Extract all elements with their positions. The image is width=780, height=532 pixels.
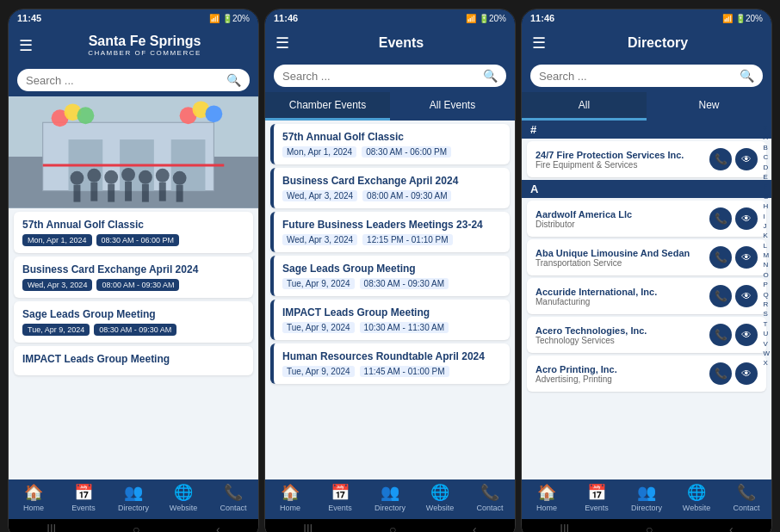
nav-directory-2[interactable]: 👥 Directory — [365, 483, 415, 512]
nav-events-3[interactable]: 📅 Events — [572, 483, 622, 512]
phone-events: 11:46 📶 🔋20% ☰ Events 🔍 Chamber Events A… — [264, 9, 516, 532]
alpha-d[interactable]: D — [763, 164, 770, 172]
phone-button-a3[interactable]: 📞 — [709, 324, 732, 346]
nav-events-1[interactable]: 📅 Events — [59, 483, 108, 512]
dir-item-a4[interactable]: Acro Printing, Inc. Advertising, Printin… — [527, 356, 766, 392]
section-header-hash: # — [522, 121, 771, 139]
hamburger-icon-3[interactable]: ☰ — [532, 34, 546, 53]
search-input-1[interactable] — [26, 74, 221, 87]
phone-button-a2[interactable]: 📞 — [709, 285, 732, 307]
search-icon-1[interactable]: 🔍 — [226, 73, 241, 87]
view-button-a4[interactable]: 👁 — [735, 362, 758, 385]
dir-item-a0[interactable]: Aardwolf America Llc Distributor 📞 👁 — [527, 201, 766, 237]
home-event-title-1: Business Card Exchange April 2024 — [22, 263, 245, 275]
home-event-meta-2: Tue, Apr 9, 2024 08:30 AM - 09:30 AM — [22, 324, 245, 336]
alpha-o[interactable]: O — [763, 271, 770, 280]
website-icon-3: 🌐 — [687, 483, 706, 502]
hero-svg — [9, 96, 258, 208]
view-button-a0[interactable]: 👁 — [735, 207, 758, 230]
hero-image — [9, 96, 258, 208]
alpha-n[interactable]: N — [763, 261, 770, 269]
phone-button-0[interactable]: 📞 — [709, 148, 732, 170]
nav-directory-1[interactable]: 👥 Directory — [108, 483, 158, 512]
dir-item-cat-0: Fire Equipment & Services — [535, 160, 704, 170]
alpha-e[interactable]: E — [763, 173, 770, 182]
phone-button-a0[interactable]: 📞 — [709, 207, 732, 230]
home-event-time-1: 08:00 AM - 09:30 AM — [96, 279, 179, 291]
alpha-a[interactable]: A — [763, 133, 770, 142]
tab-all[interactable]: All — [522, 92, 647, 121]
event-card-5[interactable]: Human Resources Roundtable April 2024 Tu… — [270, 343, 510, 384]
alpha-q[interactable]: Q — [763, 291, 770, 300]
nav-home-2[interactable]: 🏠 Home — [265, 483, 315, 512]
home-event-0[interactable]: 57th Annual Golf Classic Mon, Apr 1, 202… — [14, 212, 253, 253]
phone-directory: 11:46 📶 🔋20% ☰ Directory 🔍 All New # — [521, 9, 772, 532]
search-icon-2[interactable]: 🔍 — [483, 69, 498, 83]
tab-new[interactable]: New — [647, 92, 771, 121]
nav-contact-1[interactable]: 📞 Contact — [208, 483, 258, 512]
alpha-x[interactable]: X — [763, 359, 770, 368]
search-icon-3[interactable]: 🔍 — [740, 69, 754, 83]
view-button-0[interactable]: 👁 — [735, 148, 758, 170]
event-card-2[interactable]: Future Business Leaders Meetings 23-24 W… — [270, 212, 510, 252]
nav-home-1[interactable]: 🏠 Home — [9, 483, 59, 512]
dir-item-0[interactable]: 24/7 Fire Protection Services Inc. Fire … — [527, 141, 766, 177]
hamburger-icon-2[interactable]: ☰ — [275, 34, 289, 53]
event-title-4: IMPACT Leads Group Meeting — [282, 306, 501, 319]
search-bar-1: 🔍 — [9, 64, 258, 96]
alpha-i[interactable]: I — [763, 213, 770, 221]
alpha-v[interactable]: V — [763, 340, 770, 349]
alpha-b[interactable]: B — [763, 144, 770, 152]
event-card-4[interactable]: IMPACT Leads Group Meeting Tue, Apr 9, 2… — [270, 300, 510, 340]
event-card-3[interactable]: Sage Leads Group Meeting Tue, Apr 9, 202… — [270, 256, 510, 296]
alpha-hash[interactable]: # — [763, 124, 770, 133]
alpha-u[interactable]: U — [763, 330, 770, 338]
alpha-r[interactable]: R — [763, 300, 770, 309]
alpha-g[interactable]: G — [763, 193, 770, 201]
alpha-m[interactable]: M — [763, 251, 770, 260]
app-title-3: Directory — [554, 35, 761, 51]
phone-button-a1[interactable]: 📞 — [709, 246, 732, 269]
home-event-3[interactable]: IMPACT Leads Group Meeting — [14, 346, 253, 375]
hamburger-icon-1[interactable]: ☰ — [19, 36, 33, 55]
dir-item-a2[interactable]: Accuride International, Inc. Manufacturi… — [527, 278, 766, 314]
alpha-l[interactable]: L — [763, 242, 770, 251]
alpha-w[interactable]: W — [763, 350, 770, 358]
alpha-f[interactable]: F — [763, 182, 770, 191]
alpha-h[interactable]: H — [763, 202, 770, 211]
nav-home-3[interactable]: 🏠 Home — [522, 483, 572, 512]
alpha-k[interactable]: K — [763, 232, 770, 240]
search-input-2[interactable] — [282, 70, 478, 83]
dir-item-a1[interactable]: Aba Unique Limousine And Sedan Transport… — [527, 239, 766, 275]
alpha-p[interactable]: P — [763, 281, 770, 289]
tab-all-events[interactable]: All Events — [390, 92, 515, 121]
nav-website-3[interactable]: 🌐 Website — [672, 483, 721, 512]
nav-events-2[interactable]: 📅 Events — [315, 483, 365, 512]
dir-item-a3[interactable]: Acero Technologies, Inc. Technology Serv… — [527, 317, 766, 353]
view-button-a3[interactable]: 👁 — [735, 324, 758, 346]
events-icon-3: 📅 — [587, 483, 606, 502]
search-input-3[interactable] — [539, 70, 734, 83]
event-card-1[interactable]: Business Card Exchange April 2024 Wed, A… — [270, 168, 510, 208]
home-event-2[interactable]: Sage Leads Group Meeting Tue, Apr 9, 202… — [14, 301, 253, 343]
view-button-a1[interactable]: 👁 — [735, 246, 758, 269]
dir-actions-0: 📞 👁 — [709, 148, 758, 170]
alpha-t[interactable]: T — [763, 320, 770, 329]
phone-button-a4[interactable]: 📞 — [709, 362, 732, 385]
nav-website-1[interactable]: 🌐 Website — [158, 483, 208, 512]
event-card-0[interactable]: 57th Annual Golf Classic Mon, Apr 1, 202… — [270, 124, 510, 164]
app-title-1: Santa Fe Springs Chamber of Commerce — [41, 34, 248, 57]
tab-chamber-events[interactable]: Chamber Events — [265, 92, 390, 121]
nav-website-2[interactable]: 🌐 Website — [415, 483, 465, 512]
alpha-c[interactable]: C — [763, 153, 770, 162]
svg-point-11 — [205, 105, 222, 122]
home-event-1[interactable]: Business Card Exchange April 2024 Wed, A… — [14, 257, 253, 298]
svg-point-25 — [173, 171, 187, 185]
nav-contact-2[interactable]: 📞 Contact — [465, 483, 515, 512]
nav-directory-3[interactable]: 👥 Directory — [622, 483, 672, 512]
nav-contact-3[interactable]: 📞 Contact — [721, 483, 771, 512]
alpha-s[interactable]: S — [763, 310, 770, 319]
view-button-a2[interactable]: 👁 — [735, 285, 758, 307]
alpha-j[interactable]: J — [763, 222, 770, 231]
phone-home: 11:45 📶 🔋20% ☰ Santa Fe Springs Chamber … — [8, 9, 259, 532]
